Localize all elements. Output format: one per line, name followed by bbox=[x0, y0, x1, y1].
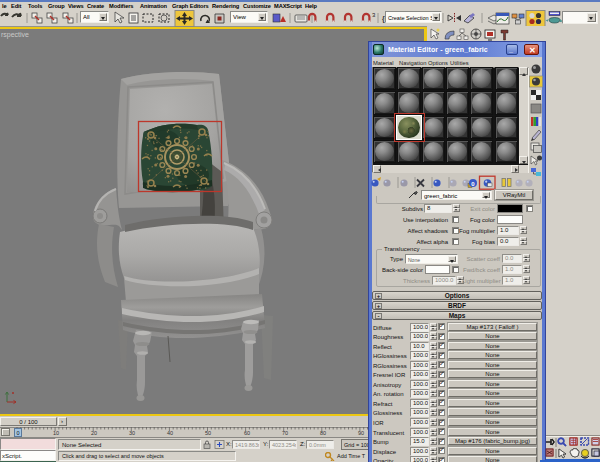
svg-text:3: 3 bbox=[372, 12, 376, 18]
